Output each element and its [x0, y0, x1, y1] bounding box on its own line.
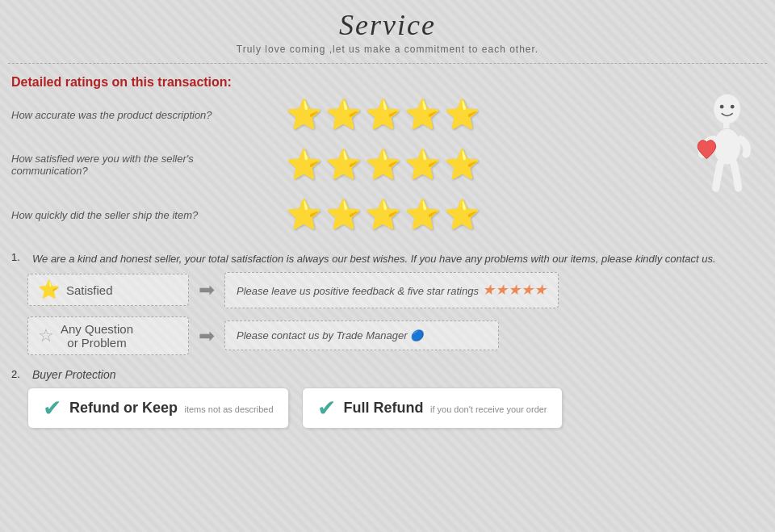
arrow-icon-2: ➡: [199, 325, 215, 347]
star-2-1: ⭐: [286, 150, 322, 179]
list-text-1: We are a kind and honest seller, your to…: [32, 251, 716, 267]
page-subtitle: Truly love coming ,let us make a commitm…: [0, 44, 775, 55]
rating-row-1: How accurate was the product description…: [11, 94, 667, 135]
badge-full-refund: ✔ Full Refund if you don't receive your …: [302, 387, 563, 429]
stars-group-3: ⭐ ⭐ ⭐ ⭐ ⭐: [286, 200, 480, 229]
rating-row-2: How satisfied were you with the seller's…: [11, 145, 667, 185]
badge-sub-1: items not as described: [184, 404, 273, 414]
feedback-row-question: ☆ Any Question or Problem ➡ Please conta…: [27, 316, 764, 355]
question-response: Please contact us by Trade Manager 🔵: [224, 320, 499, 351]
ratings-left: How accurate was the product description…: [11, 94, 667, 245]
list-item-1: 1. We are a kind and honest seller, your…: [11, 251, 764, 355]
feedback-row-satisfied: ⭐ Satisfied ➡ Please leave us positive f…: [27, 272, 764, 308]
buyer-badges: ✔ Refund or Keep items not as described …: [27, 387, 764, 429]
svg-point-4: [714, 128, 741, 165]
question-response-text: Please contact us by Trade Manager 🔵: [237, 329, 423, 341]
header-divider: [8, 63, 767, 64]
satisfied-response: Please leave us positive feedback & five…: [224, 272, 559, 308]
page-title: Service: [0, 8, 775, 42]
star-1-2: ⭐: [325, 100, 362, 129]
satisfied-response-text: Please leave us positive feedback & five…: [237, 285, 482, 297]
badge-sub-2: if you don't receive your order: [430, 404, 547, 414]
badge-refund-keep: ✔ Refund or Keep items not as described: [27, 387, 289, 429]
svg-rect-3: [723, 123, 729, 128]
rating-question-1: How accurate was the product description…: [11, 109, 270, 121]
star-1-3: ⭐: [365, 100, 401, 129]
star-2-5: ⭐: [444, 150, 480, 179]
question-star-icon: ☆: [38, 325, 54, 346]
star-3-5: ⭐: [444, 200, 480, 229]
satisfied-box: ⭐ Satisfied: [27, 274, 189, 306]
stars-group-1: ⭐ ⭐ ⭐ ⭐ ⭐: [286, 100, 480, 129]
svg-point-1: [720, 105, 724, 109]
badge-main-1: Refund or Keep: [69, 400, 178, 416]
question-box: ☆ Any Question or Problem: [27, 316, 189, 355]
list-item-2: 2. Buyer Protection ✔ Refund or Keep ite…: [11, 368, 764, 429]
arrow-icon-1: ➡: [199, 279, 215, 301]
star-3-2: ⭐: [325, 200, 362, 229]
star-3-3: ⭐: [365, 200, 401, 229]
list-number-1: 1.: [11, 251, 27, 263]
svg-point-0: [714, 94, 741, 124]
star-1-5: ⭐: [444, 100, 480, 129]
list-section: 1. We are a kind and honest seller, your…: [0, 245, 775, 448]
ratings-container: How accurate was the product description…: [0, 94, 775, 245]
page-header: Service Truly love coming ,let us make a…: [0, 0, 775, 58]
feedback-rows: ⭐ Satisfied ➡ Please leave us positive f…: [27, 272, 764, 355]
stars-group-2: ⭐ ⭐ ⭐ ⭐ ⭐: [286, 150, 480, 179]
satisfied-label: Satisfied: [66, 283, 113, 297]
star-2-3: ⭐: [365, 150, 401, 179]
star-3-1: ⭐: [286, 200, 322, 229]
list-number-2: 2.: [11, 368, 27, 380]
check-icon-2: ✔: [317, 395, 336, 421]
check-icon-1: ✔: [43, 395, 61, 421]
badge-main-2: Full Refund: [344, 400, 424, 416]
rating-row-3: How quickly did the seller ship the item…: [11, 195, 667, 235]
star-1-1: ⭐: [286, 100, 322, 129]
mascot-svg: [683, 86, 764, 199]
star-2-4: ⭐: [404, 150, 441, 179]
question-label: Any Question or Problem: [61, 322, 133, 350]
star-2-2: ⭐: [325, 150, 362, 179]
star-1-4: ⭐: [404, 100, 441, 129]
star-3-4: ⭐: [404, 200, 441, 229]
rating-question-3: How quickly did the seller ship the item…: [11, 209, 270, 221]
svg-point-2: [731, 105, 735, 109]
satisfied-star-icon: ⭐: [38, 279, 60, 300]
section-title: Detailed ratings on this transaction:: [0, 69, 775, 94]
mascot-figure: [683, 86, 764, 203]
badge-text-container-1: Refund or Keep items not as described: [69, 400, 274, 417]
buyer-protection-title: Buyer Protection: [32, 368, 116, 381]
badge-text-container-2: Full Refund if you don't receive your or…: [344, 400, 547, 417]
response-stars: ★★★★★: [482, 282, 547, 298]
rating-question-2: How satisfied were you with the seller's…: [11, 153, 270, 177]
